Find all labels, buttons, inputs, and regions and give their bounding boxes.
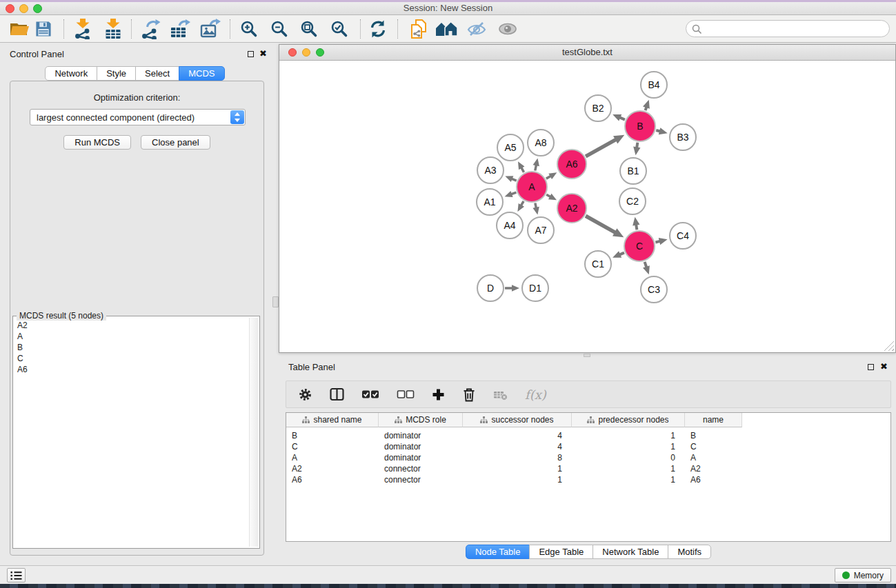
table-row[interactable]: Bdominator41B [286,430,890,441]
cell[interactable]: A [286,453,379,463]
task-history-button[interactable] [7,568,26,582]
cell[interactable]: 4 [463,442,572,452]
export-table-icon[interactable] [170,19,190,39]
memory-button[interactable]: Memory [835,568,891,582]
delete-table-icon[interactable] [493,389,508,401]
column-header-shared-name[interactable]: shared name [286,413,379,427]
run-mcds-button[interactable]: Run MCDS [63,135,131,150]
cell[interactable]: dominator [379,442,463,452]
graph-node-A4[interactable]: A4 [496,212,524,239]
refresh-view-icon[interactable] [368,19,388,39]
column-header-name[interactable]: name [685,413,742,427]
close-panel-button[interactable]: Close panel [141,135,210,150]
cell[interactable]: 4 [463,431,572,440]
add-column-icon[interactable] [432,388,445,401]
cell[interactable]: C [286,442,379,452]
delete-icon[interactable] [462,387,476,402]
graph-node-B4[interactable]: B4 [640,71,668,99]
graph-node-B3[interactable]: B3 [669,123,697,151]
cell[interactable]: B [685,431,742,440]
network-window-titlebar[interactable]: testGlobe.txt [279,45,895,61]
graph-node-A3[interactable]: A3 [477,156,504,184]
column-header-successor-nodes[interactable]: successor nodes [463,413,572,427]
hide-selected-icon[interactable] [466,21,487,37]
import-table-icon[interactable] [104,19,123,39]
tab-motifs[interactable]: Motifs [668,545,711,559]
zoom-selected-icon[interactable] [330,19,349,38]
cell[interactable]: C [685,442,742,452]
cell[interactable]: connector [379,464,463,474]
zoom-fit-icon[interactable] [300,19,319,38]
export-image-icon[interactable] [200,19,221,39]
graph-node-D[interactable]: D [477,274,504,302]
cell[interactable]: 1 [572,442,685,452]
split-columns-icon[interactable] [330,387,344,401]
graph-node-C1[interactable]: C1 [584,250,612,278]
cell[interactable]: A2 [685,464,742,474]
search-field[interactable] [686,20,890,37]
gear-icon[interactable] [298,387,312,402]
result-item[interactable]: A [15,331,247,342]
network-canvas[interactable]: AA1A2A3A4A5A6A7A8BB1B2B3B4CC1C2C3C4DD1 [279,61,895,352]
graph-node-D1[interactable]: D1 [521,274,549,302]
network-zoom-traffic-light[interactable] [316,48,324,57]
open-file-icon[interactable] [9,21,30,37]
tab-network-table[interactable]: Network Table [593,545,668,559]
tab-edge-table[interactable]: Edge Table [529,545,593,559]
vertical-splitter-handle[interactable] [272,296,279,307]
zoom-in-icon[interactable] [240,19,259,38]
tab-node-table[interactable]: Node Table [466,545,530,559]
node-table[interactable]: shared nameMCDS rolesuccessor nodesprede… [286,412,891,542]
cell[interactable]: dominator [379,453,463,463]
import-network-icon[interactable] [74,19,92,39]
graph-node-B1[interactable]: B1 [619,157,647,185]
cell[interactable]: 1 [572,464,685,474]
search-input[interactable] [705,22,883,35]
cell[interactable]: 1 [572,475,685,485]
graph-node-C[interactable]: C [624,230,655,262]
home-layout-icon[interactable] [435,20,459,38]
cell[interactable]: dominator [379,431,463,440]
table-panel-float-icon[interactable] [868,363,874,372]
horizontal-splitter-handle[interactable] [584,354,590,357]
result-item[interactable]: A2 [15,320,247,331]
function-builder-icon[interactable]: f(x) [525,387,546,402]
table-row[interactable]: A6connector11A6 [286,474,890,485]
table-row[interactable]: Adominator80A [286,452,890,463]
control-panel-close-icon[interactable]: ✖ [259,50,267,58]
cell[interactable]: 1 [463,464,572,474]
control-panel-float-icon[interactable] [248,50,254,59]
graph-node-A5[interactable]: A5 [497,134,524,161]
show-all-icon[interactable] [497,21,518,37]
result-item[interactable]: B [15,342,247,353]
column-header-MCDS-role[interactable]: MCDS role [379,413,463,427]
graph-node-A2[interactable]: A2 [557,193,587,223]
cell[interactable]: 8 [463,453,572,463]
result-item[interactable]: A6 [15,364,247,375]
graph-node-B[interactable]: B [624,110,656,142]
graph-node-A8[interactable]: A8 [527,129,555,156]
checked-boxes-icon[interactable] [361,388,379,401]
table-row[interactable]: A2connector11A2 [286,463,890,474]
graph-node-B2[interactable]: B2 [584,94,612,122]
main-titlebar[interactable]: Session: New Session [0,2,896,15]
cell[interactable]: A6 [685,475,742,485]
tab-select[interactable]: Select [135,66,179,81]
cell[interactable]: connector [379,475,463,485]
cell[interactable]: A6 [286,475,379,485]
graph-node-A1[interactable]: A1 [476,188,504,216]
graph-node-A7[interactable]: A7 [527,216,555,244]
criterion-dropdown[interactable]: largest connected component (directed) [30,109,246,125]
cell[interactable]: A [685,453,742,463]
save-session-icon[interactable] [35,20,52,37]
table-panel-close-icon[interactable]: ✖ [880,363,888,371]
table-row[interactable]: Cdominator41C [286,441,890,452]
cell[interactable]: A2 [286,464,379,474]
graph-node-A[interactable]: A [516,171,548,203]
cell[interactable]: 1 [572,431,685,440]
cell[interactable]: B [286,431,379,440]
zoom-out-icon[interactable] [270,19,289,38]
network-minimize-traffic-light[interactable] [302,48,310,57]
tab-network[interactable]: Network [45,66,97,81]
column-header-predecessor-nodes[interactable]: predecessor nodes [572,413,685,427]
